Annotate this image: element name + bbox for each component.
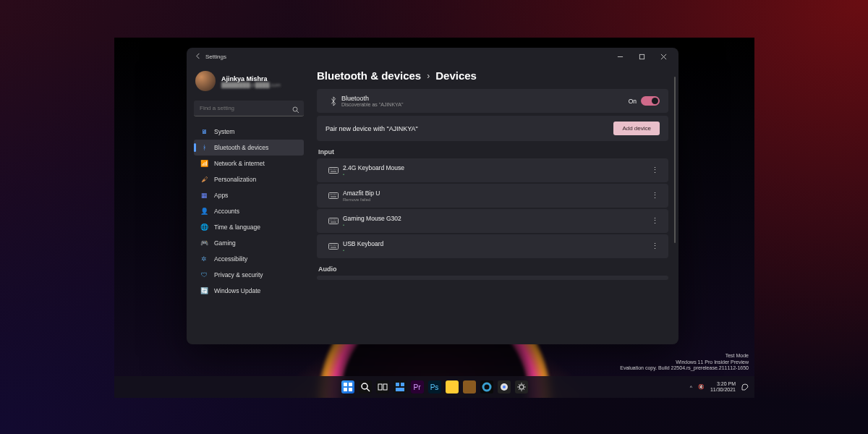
settings-window: Settings Ajinkya Mishra ████████@████.co… — [187, 48, 678, 344]
svg-rect-11 — [378, 384, 382, 390]
svg-rect-9 — [349, 388, 352, 391]
svg-rect-5 — [329, 244, 339, 250]
bluetooth-icon: ᚼ — [200, 143, 208, 152]
wifi-icon: 📶 — [200, 159, 208, 168]
search-box[interactable] — [194, 100, 304, 116]
sidebar-item-apps[interactable]: ▦Apps — [194, 187, 304, 203]
watermark-line: Windows 11 Pro Insider Preview — [620, 359, 749, 366]
bluetooth-subtitle: Discoverable as "AJINKYA" — [341, 102, 629, 107]
start-button[interactable] — [341, 380, 354, 393]
taskbar-search-icon[interactable] — [359, 380, 372, 393]
sidebar-item-label: Network & internet — [214, 160, 265, 167]
sidebar-item-network-internet[interactable]: 📶Network & internet — [194, 156, 304, 171]
svg-rect-7 — [349, 383, 352, 386]
more-button[interactable]: ⋮ — [648, 242, 661, 251]
device-row[interactable]: Gaming Mouse G302•⋮ — [317, 209, 668, 233]
sidebar-item-bluetooth-devices[interactable]: ᚼBluetooth & devices — [194, 140, 304, 156]
sidebar-item-time-language[interactable]: 🌐Time & language — [194, 219, 304, 235]
window-title: Settings — [205, 54, 226, 60]
svg-point-19 — [519, 385, 524, 389]
maximize-button[interactable] — [631, 48, 652, 65]
device-row[interactable]: 2.4G Keyboard Mouse•⋮ — [317, 158, 668, 182]
taskbar-center: Pr Ps — [341, 380, 528, 393]
bluetooth-toggle[interactable] — [641, 96, 660, 106]
svg-point-18 — [503, 386, 506, 388]
minimize-button[interactable] — [609, 48, 631, 65]
settings-taskbar-icon[interactable] — [515, 380, 528, 393]
pair-card: Pair new device with "AJINKYA" Add devic… — [317, 116, 668, 141]
edge-icon[interactable] — [480, 380, 493, 393]
person-icon: 👤 — [200, 207, 208, 216]
brush-icon: 🖌 — [200, 175, 208, 184]
more-button[interactable]: ⋮ — [648, 216, 661, 226]
device-status: • — [343, 223, 648, 227]
chrome-icon[interactable] — [498, 380, 511, 393]
titlebar: Settings — [187, 48, 678, 65]
sidebar-item-system[interactable]: 🖥System — [194, 124, 304, 140]
clock[interactable]: 3:20 PM 11/30/2021 — [710, 381, 736, 392]
device-row[interactable]: USB Keyboard•⋮ — [317, 234, 668, 258]
more-button[interactable]: ⋮ — [648, 191, 661, 200]
photoshop-icon[interactable]: Ps — [428, 380, 441, 393]
sidebar-item-gaming[interactable]: 🎮Gaming — [194, 235, 304, 251]
sidebar-item-accounts[interactable]: 👤Accounts — [194, 203, 304, 219]
scrollbar[interactable] — [674, 77, 676, 243]
profile[interactable]: Ajinkya Mishra ████████@████.com — [194, 68, 304, 97]
keyboard-icon — [324, 167, 343, 174]
breadcrumb-parent[interactable]: Bluetooth & devices — [317, 69, 421, 82]
monitor-icon: 🖥 — [200, 127, 208, 136]
back-button[interactable] — [191, 53, 205, 61]
device-name: Gaming Mouse G302 — [343, 215, 648, 222]
watermark-line: Test Mode — [620, 353, 749, 359]
sidebar-item-windows-update[interactable]: 🔄Windows Update — [194, 283, 304, 299]
content-pane: Bluetooth & devices › Devices Bluetooth … — [310, 65, 678, 344]
add-device-button[interactable]: Add device — [613, 122, 660, 135]
clock-time: 3:20 PM — [710, 381, 736, 387]
volume-muted-icon[interactable]: 🔇 — [698, 384, 705, 390]
sidebar-item-label: Gaming — [214, 239, 236, 247]
chevron-right-icon: › — [427, 71, 430, 81]
sidebar: Ajinkya Mishra ████████@████.com 🖥System… — [187, 65, 310, 344]
premiere-icon[interactable]: Pr — [411, 380, 424, 393]
grid-icon: ▦ — [200, 191, 208, 200]
sidebar-item-label: Bluetooth & devices — [214, 144, 268, 151]
sidebar-item-personalization[interactable]: 🖌Personalization — [194, 171, 304, 187]
svg-rect-14 — [401, 383, 404, 386]
widgets-icon[interactable] — [393, 380, 407, 393]
shield-icon: 🛡 — [200, 271, 208, 279]
section-input: Input — [318, 148, 668, 156]
update-icon: 🔄 — [200, 286, 208, 295]
section-audio: Audio — [318, 265, 668, 273]
sidebar-item-accessibility[interactable]: ✲Accessibility — [194, 251, 304, 267]
profile-email: ████████@████.com — [221, 82, 281, 88]
explorer-icon[interactable] — [446, 380, 459, 393]
notification-icon[interactable] — [741, 383, 749, 391]
search-input[interactable] — [194, 101, 304, 116]
more-button[interactable]: ⋮ — [648, 166, 661, 175]
keyboard-icon — [324, 243, 343, 250]
folder-icon[interactable] — [463, 380, 476, 393]
device-status: • — [343, 172, 648, 176]
clock-date: 11/30/2021 — [710, 387, 736, 393]
desktop: Settings Ajinkya Mishra ████████@████.co… — [114, 38, 754, 398]
bluetooth-card: Bluetooth Discoverable as "AJINKYA" On — [317, 89, 668, 113]
close-button[interactable] — [652, 48, 674, 65]
tray-caret-icon[interactable]: ^ — [690, 385, 692, 390]
sidebar-item-label: Apps — [214, 192, 228, 199]
sidebar-item-label: Windows Update — [214, 287, 260, 294]
sidebar-item-privacy-security[interactable]: 🛡Privacy & security — [194, 267, 304, 283]
globe-icon: 🌐 — [200, 223, 208, 231]
keyboard-icon — [324, 192, 343, 199]
watermark-line: Evaluation copy. Build 22504.rs_prerelea… — [620, 365, 749, 372]
svg-rect-15 — [396, 388, 404, 391]
taskbar-tray[interactable]: ^ 🔇 3:20 PM 11/30/2021 — [690, 381, 749, 392]
sidebar-item-label: Personalization — [214, 176, 256, 183]
sidebar-item-label: Time & language — [214, 224, 260, 231]
svg-rect-0 — [639, 54, 644, 59]
svg-rect-6 — [344, 383, 347, 386]
device-row[interactable]: Amazfit Bip URemove failed⋮ — [317, 184, 668, 208]
task-view-icon[interactable] — [376, 380, 389, 393]
audio-row-peek — [317, 276, 668, 280]
keyboard-icon — [324, 218, 343, 224]
breadcrumb: Bluetooth & devices › Devices — [317, 69, 668, 82]
